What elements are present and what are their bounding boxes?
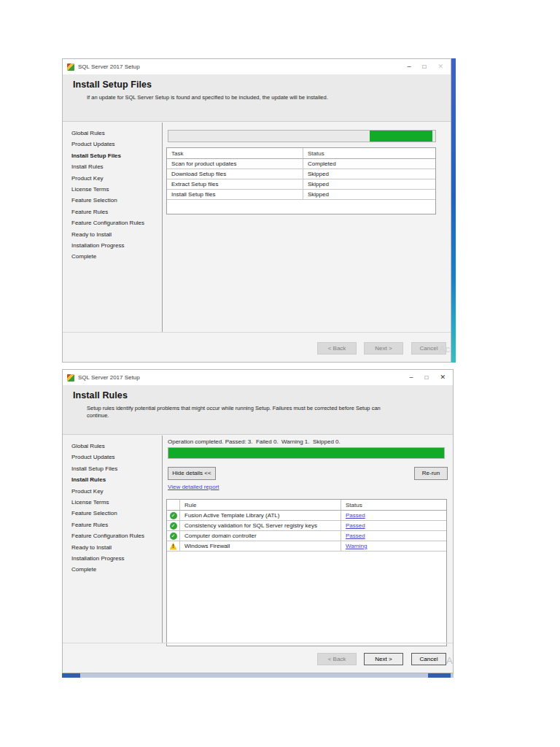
table-row: Windows Firewall Warning <box>167 541 446 551</box>
warning-icon <box>170 543 177 550</box>
sidebar-item-feature-configuration-rules: Feature Configuration Rules <box>71 217 162 228</box>
taskbar-sliver-left <box>62 673 80 678</box>
cancel-button[interactable]: Cancel <box>411 653 446 665</box>
install-rules-window: SQL Server 2017 Setup – □ ✕ Install Rule… <box>62 369 454 673</box>
close-icon[interactable]: ✕ <box>438 63 443 70</box>
activate-windows-watermark-fragment: Ac <box>439 344 450 355</box>
sidebar-item-feature-selection: Feature Selection <box>71 195 162 206</box>
sidebar-item-install-rules: Install Rules <box>71 474 162 485</box>
table-row: Extract Setup files Skipped <box>167 179 435 190</box>
sidebar-item-product-key: Product Key <box>71 486 162 497</box>
pass-icon <box>170 512 177 519</box>
back-button[interactable]: < Back <box>317 342 357 355</box>
pass-icon <box>170 533 177 540</box>
button-bar: < Back Next > Cancel <box>63 332 451 362</box>
passed-link[interactable]: Passed <box>346 512 365 519</box>
sidebar-item-product-updates: Product Updates <box>71 452 162 462</box>
minimize-icon[interactable]: – <box>410 374 413 381</box>
desktop-background-strip <box>451 58 456 363</box>
next-button[interactable]: Next > <box>364 653 403 665</box>
button-bar: < Back Next > Cancel <box>63 643 453 673</box>
sql-server-setup-icon <box>67 374 74 382</box>
page-title: Install Setup Files <box>73 80 440 90</box>
task-column-header: Task <box>167 148 303 158</box>
task-cell: Extract Setup files <box>167 179 303 189</box>
sidebar-item-feature-rules: Feature Rules <box>71 519 162 530</box>
window-title: SQL Server 2017 Setup <box>78 374 140 381</box>
passed-link[interactable]: Passed <box>346 533 365 539</box>
sidebar-item-installation-progress: Installation Progress <box>71 240 162 251</box>
sidebar-item-install-rules: Install Rules <box>71 161 162 172</box>
sidebar-item-complete: Complete <box>71 564 162 575</box>
sidebar-item-install-setup-files: Install Setup Files <box>71 463 162 474</box>
titlebar[interactable]: SQL Server 2017 Setup – □ ✕ <box>63 370 453 385</box>
status-cell: Skipped <box>303 190 435 199</box>
sidebar-item-feature-configuration-rules: Feature Configuration Rules <box>71 530 162 541</box>
page-title: Install Rules <box>73 390 443 400</box>
main-panel: Operation completed. Passed: 3. Failed 0… <box>163 436 453 643</box>
rule-cell: Fusion Active Template Library (ATL) <box>180 511 341 520</box>
status-column-header: Status <box>303 148 435 158</box>
task-cell: Download Setup files <box>167 169 303 179</box>
sidebar-item-complete: Complete <box>71 251 162 262</box>
setup-tasks-table: Task Status Scan for product updates Com… <box>166 147 436 214</box>
activate-windows-watermark-fragment: A <box>446 655 453 666</box>
rule-cell: Windows Firewall <box>180 541 341 551</box>
install-setup-files-window: SQL Server 2017 Setup – □ ✕ Install Setu… <box>62 58 451 363</box>
rules-progress-bar <box>168 447 445 459</box>
maximize-icon[interactable]: □ <box>425 374 429 381</box>
sidebar-item-product-key: Product Key <box>71 173 162 184</box>
status-column-header: Status <box>341 500 446 510</box>
sidebar-item-license-terms: License Terms <box>71 184 162 195</box>
status-cell: Completed <box>303 159 435 169</box>
titlebar[interactable]: SQL Server 2017 Setup – □ ✕ <box>63 59 451 74</box>
table-row: Scan for product updates Completed <box>167 159 435 169</box>
setup-files-progress-bar <box>168 130 436 142</box>
table-row: Download Setup files Skipped <box>167 169 435 179</box>
sidebar-item-ready-to-install: Ready to Install <box>71 229 162 240</box>
window-title: SQL Server 2017 Setup <box>78 63 140 70</box>
table-header-row: Rule Status <box>167 500 446 511</box>
table-row: Computer domain controller Passed <box>167 531 446 541</box>
table-header-row: Task Status <box>167 148 435 159</box>
sidebar-item-ready-to-install: Ready to Install <box>71 542 162 553</box>
icon-column-header <box>167 500 180 510</box>
table-row: Fusion Active Template Library (ATL) Pas… <box>167 511 446 521</box>
rule-cell: Computer domain controller <box>180 531 341 541</box>
task-cell: Scan for product updates <box>167 159 303 169</box>
minimize-icon[interactable]: – <box>408 63 411 70</box>
sidebar-item-installation-progress: Installation Progress <box>71 553 162 564</box>
page: SQL Server 2017 Setup – □ ✕ Install Setu… <box>0 0 560 747</box>
wizard-steps-sidebar: Global Rules Product Updates Install Set… <box>63 123 163 332</box>
back-button[interactable]: < Back <box>317 653 357 665</box>
page-subtitle: Setup rules identify potential problems … <box>87 405 384 419</box>
operation-status-text: Operation completed. Passed: 3. Failed 0… <box>168 438 341 445</box>
warning-link[interactable]: Warning <box>346 543 368 549</box>
close-icon[interactable]: ✕ <box>440 374 446 381</box>
sidebar-item-feature-rules: Feature Rules <box>71 206 162 217</box>
task-cell: Install Setup files <box>167 190 303 199</box>
hide-details-button[interactable]: Hide details << <box>168 467 216 480</box>
taskbar-sliver <box>62 673 454 678</box>
view-detailed-report-link[interactable]: View detailed report <box>168 484 219 490</box>
next-button[interactable]: Next > <box>364 342 403 355</box>
table-row: Install Setup files Skipped <box>167 190 435 200</box>
sql-server-setup-icon <box>67 63 74 71</box>
wizard-steps-sidebar: Global Rules Product Updates Install Set… <box>63 436 163 643</box>
sidebar-item-install-setup-files: Install Setup Files <box>71 150 162 161</box>
status-cell: Skipped <box>303 179 435 189</box>
status-cell: Skipped <box>303 169 435 179</box>
maximize-icon[interactable]: □ <box>423 63 427 70</box>
page-header: Install Rules Setup rules identify poten… <box>63 385 453 435</box>
rules-table: Rule Status Fusion Active Template Libra… <box>166 499 447 646</box>
progress-fill <box>370 131 432 142</box>
rerun-button[interactable]: Re-run <box>414 467 448 480</box>
taskbar-sliver-right <box>428 673 451 678</box>
table-row: Consistency validation for SQL Server re… <box>167 521 446 531</box>
page-subtitle: If an update for SQL Server Setup is fou… <box>87 94 416 101</box>
sidebar-item-global-rules: Global Rules <box>71 441 162 452</box>
progress-fill <box>168 448 444 458</box>
passed-link[interactable]: Passed <box>346 522 365 529</box>
sidebar-item-product-updates: Product Updates <box>71 139 162 150</box>
rule-cell: Consistency validation for SQL Server re… <box>180 521 341 530</box>
